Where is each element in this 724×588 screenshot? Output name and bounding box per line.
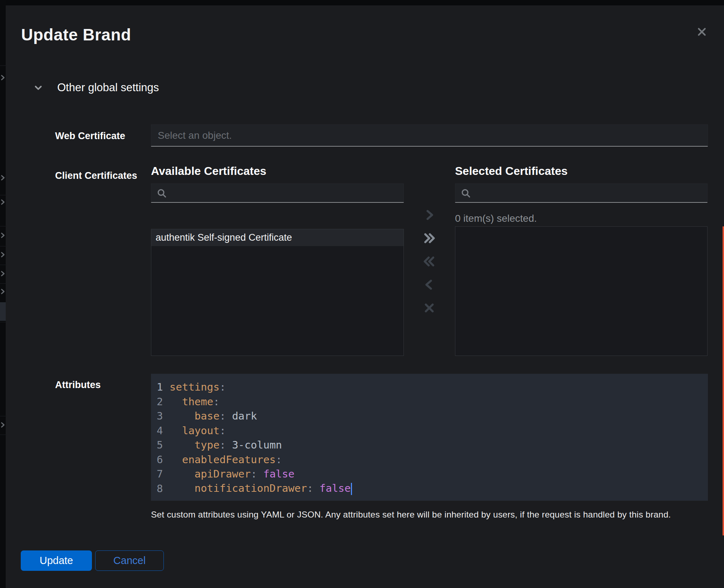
update-button[interactable]: Update [21,550,92,571]
chevron-right-icon [0,74,6,81]
add-all-button[interactable] [421,231,437,246]
search-icon [460,188,471,199]
selected-search[interactable] [455,183,708,203]
rail-divider [0,246,6,246]
chevron-right-icon [0,270,6,277]
chevron-right-icon [0,199,6,206]
selected-search-input[interactable] [475,187,702,199]
attributes-label: Attributes [55,379,101,391]
text-cursor [351,483,352,495]
code-line[interactable]: 6 enabledFeatures: [151,452,708,467]
other-global-settings-toggle[interactable]: Other global settings [34,81,159,94]
notification-edge-indicator [723,226,724,535]
list-item[interactable]: authentik Self-signed Certificate [151,229,403,246]
web-certificate-label: Web Certificate [55,131,125,142]
rail-divider [0,322,6,322]
code-line[interactable]: 5 type: 3-column [151,438,708,452]
section-toggle-label: Other global settings [57,81,159,94]
code-line[interactable]: 7 apiDrawer: false [151,467,708,481]
chevron-right-icon [0,251,6,258]
times-icon [422,301,436,316]
web-certificate-input[interactable] [151,124,708,147]
attributes-help-text: Set custom attributes using YAML or JSON… [151,510,671,520]
line-number: 3 [151,410,165,422]
line-number: 2 [151,396,165,408]
search-icon [156,188,167,199]
selected-certificates-heading: Selected Certificates [455,165,568,178]
rail-divider [0,226,6,226]
clear-button[interactable] [421,300,437,316]
chevron-right-icon [0,288,6,295]
chevron-right-icon [0,421,6,428]
line-number: 7 [151,468,165,480]
rail-divider [0,283,6,284]
line-number: 5 [151,439,165,451]
rail-divider [0,265,6,265]
angle-double-left-icon [422,255,436,269]
line-number: 8 [151,482,165,495]
dual-list-controls [416,207,442,324]
chevron-down-icon [34,83,43,92]
line-number: 6 [151,454,165,466]
code-line[interactable]: 2 theme: [151,395,708,409]
code-line[interactable]: 8 notificationDrawer: false [151,481,708,496]
update-brand-modal: Update Brand Other global settings Web C… [6,5,724,588]
rail-divider [0,435,6,435]
sidebar-highlighted-item [0,302,6,321]
cancel-button[interactable]: Cancel [95,550,164,571]
rail-divider [0,65,6,66]
selected-certificates-list[interactable] [455,226,708,356]
available-search-input[interactable] [171,187,398,199]
code-line[interactable]: 1settings: [151,380,708,395]
rail-divider [0,195,6,195]
available-certificates-heading: Available Certificates [151,165,266,178]
remove-all-button[interactable] [421,254,437,270]
modal-title: Update Brand [21,25,131,44]
rail-divider [0,416,6,416]
chevron-right-icon [0,174,6,181]
code-line[interactable]: 4 layout: [151,423,708,438]
selected-count-status: 0 item(s) selected. [455,213,537,224]
chevron-right-icon [0,232,6,239]
code-line[interactable]: 3 base: dark [151,409,708,423]
attributes-code-editor[interactable]: 1settings:2 theme:3 base: dark4 layout:5… [151,374,708,501]
available-certificates-list[interactable]: authentik Self-signed Certificate [151,229,404,356]
sidebar-rail [0,0,6,588]
close-icon[interactable] [694,24,710,40]
angle-right-icon [422,208,436,223]
angle-double-right-icon [422,231,436,246]
line-number: 1 [151,381,165,393]
add-selected-button[interactable] [421,207,437,223]
available-search[interactable] [151,183,404,203]
screen: Update Brand Other global settings Web C… [0,0,724,588]
line-number: 4 [151,425,165,437]
client-certificates-label: Client Certificates [55,170,137,181]
remove-selected-button[interactable] [421,277,437,293]
angle-left-icon [422,278,436,293]
